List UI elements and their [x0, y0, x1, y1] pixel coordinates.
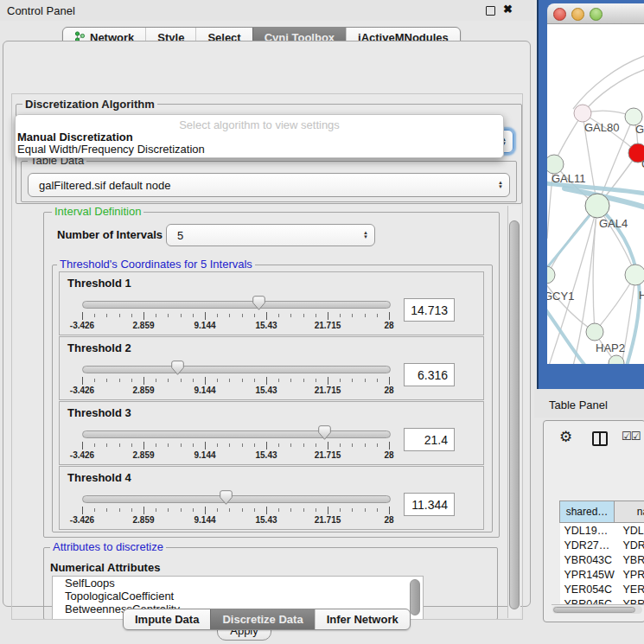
table-cell[interactable]: YBR045C — [560, 596, 615, 605]
slider-track[interactable] — [82, 430, 391, 438]
threshold-slider[interactable]: -3.4262.8599.14415.4321.71528 — [82, 402, 389, 466]
settings-scrollbar-thumb[interactable] — [509, 220, 520, 609]
algorithm-dropdown-popup: Select algorithm to view settings Manual… — [15, 114, 504, 158]
gear-icon[interactable]: ⚙ — [559, 428, 572, 446]
table-cell[interactable]: YPR145W — [560, 567, 615, 582]
threshold-slider[interactable]: -3.4262.8599.14415.4321.71528 — [82, 272, 389, 336]
network-edge[interactable] — [573, 55, 644, 109]
float-window-icon[interactable] — [486, 6, 495, 16]
tab-impute-data[interactable]: Impute Data — [124, 609, 210, 629]
interval-definition-title: Interval Definition — [52, 206, 143, 217]
minimize-traffic-light-icon[interactable] — [571, 8, 584, 21]
table-data-combobox[interactable]: galFiltered.sif default node ▲▼ — [28, 173, 510, 197]
zoom-traffic-light-icon[interactable] — [590, 8, 603, 21]
slider-track[interactable] — [82, 301, 391, 309]
node-h[interactable] — [625, 265, 644, 285]
table-panel-titlebar: Table Panel — [534, 389, 644, 418]
attributes-list-scrollbar[interactable] — [410, 579, 420, 615]
discretization-algorithm-title: Discretization Algorithm — [22, 99, 157, 110]
network-canvas[interactable]: GAL80GACGAL11GAL4GCY1HHAP2 — [547, 24, 644, 364]
network-window-frame: GAL80GACGAL11GAL4GCY1HHAP2 — [537, 0, 644, 389]
combo-arrows-icon: ▲▼ — [363, 231, 368, 239]
cyni-bottom-tabs: Impute DataDiscretize DataInfer Network — [123, 609, 411, 630]
table-cell[interactable]: YDR27… — [560, 538, 615, 552]
tab-infer-network[interactable]: Infer Network — [315, 609, 410, 629]
node-hap2[interactable] — [586, 323, 603, 341]
combo-arrows-icon: ▲▼ — [498, 181, 503, 189]
threshold-panel-1: Threshold 1-3.4262.8599.14415.4321.71528… — [59, 271, 484, 335]
table-row[interactable]: YBR045CYBR0 — [560, 596, 644, 605]
slider-ticks — [82, 507, 389, 514]
network-window-titlebar[interactable] — [547, 3, 644, 24]
threshold-slider[interactable]: -3.4262.8599.14415.4321.71528 — [82, 337, 389, 401]
node-label-gal11: GAL11 — [552, 172, 586, 185]
attribute-item-topologicalcoefficient[interactable]: TopologicalCoefficient — [53, 590, 423, 603]
number-of-intervals-label: Number of Intervals — [57, 228, 163, 241]
popup-header: Select algorithm to view settings — [16, 118, 503, 131]
table-cell[interactable]: YDR2 — [615, 538, 644, 552]
table-cell[interactable]: YER054C — [560, 582, 615, 596]
slider-handle[interactable] — [171, 360, 184, 375]
table-cell[interactable]: YDL1 — [615, 523, 644, 539]
table-hscrollbar-track[interactable] — [552, 606, 642, 614]
table-cell[interactable]: YBR0 — [615, 596, 644, 605]
table-row[interactable]: YER054CYER0 — [560, 582, 644, 596]
slider-tick-labels: -3.4262.8599.14415.4321.71528 — [82, 386, 389, 396]
table-row[interactable]: YBR043CYBR0 — [560, 552, 644, 567]
table-header-2[interactable]: na — [615, 501, 644, 523]
table-cell[interactable]: YDL19… — [560, 523, 615, 539]
popup-option-equal-width-frequency-discretization[interactable]: Equal Width/Frequency Discretization — [17, 143, 205, 156]
table-panel-box: ⚙ ☑☑ shared…na YDL19…YDL1YDR27…YDR2YBR04… — [543, 420, 644, 622]
table-cell[interactable]: YBR043C — [560, 552, 615, 567]
node-label-h: H — [639, 289, 644, 302]
split-columns-icon[interactable] — [592, 431, 608, 446]
table-row[interactable]: YPR145WYPR1 — [560, 567, 644, 582]
node-table[interactable]: shared…na YDL19…YDL1YDR27…YDR2YBR043CYBR… — [552, 461, 644, 605]
tab-label: Infer Network — [327, 613, 399, 626]
slider-handle[interactable] — [252, 296, 265, 310]
threshold-slider[interactable]: -3.4262.8599.14415.4321.71528 — [82, 467, 389, 531]
table-cell[interactable]: YER0 — [615, 582, 644, 596]
number-of-intervals-combobox[interactable]: 5 ▲▼ — [166, 224, 375, 246]
network-edge[interactable] — [549, 206, 597, 364]
table-cell[interactable]: YPR1 — [615, 567, 644, 582]
node-label-gal4: GAL4 — [599, 217, 628, 230]
node-gal11[interactable] — [547, 155, 564, 174]
slider-track[interactable] — [82, 366, 391, 373]
control-panel-titlebar: Control Panel ✖ — [0, 0, 534, 21]
close-icon[interactable]: ✖ — [503, 3, 513, 16]
node-label-hap2: HAP2 — [596, 341, 625, 354]
table-header-1[interactable]: shared… — [560, 501, 615, 523]
node-pink[interactable] — [574, 105, 591, 122]
node-gcy1[interactable] — [547, 266, 555, 284]
table-row[interactable]: YDL19…YDL1 — [560, 523, 644, 539]
close-traffic-light-icon[interactable] — [553, 8, 566, 21]
slider-handle[interactable] — [318, 425, 331, 440]
application-root: Control Panel ✖ NetworkStyleSelectCyni T… — [0, 0, 644, 644]
attributes-group-title: Attributes to discretize — [50, 541, 166, 552]
network-edge[interactable] — [583, 69, 644, 113]
threshold-panel-4: Threshold 4-3.4262.8599.14415.4321.71528… — [59, 466, 484, 530]
slider-tick-labels: -3.4262.8599.14415.4321.71528 — [82, 321, 389, 331]
table-panel-title: Table Panel — [549, 399, 608, 411]
slider-track[interactable] — [82, 495, 391, 503]
slider-tick-labels: -3.4262.8599.14415.4321.71528 — [82, 515, 389, 526]
tab-discretize-data[interactable]: Discretize Data — [210, 609, 314, 629]
checkbox-options-icon[interactable]: ☑☑ — [622, 430, 640, 443]
node-label-gal80: GAL80 — [584, 121, 619, 134]
threshold-panel-2: Threshold 2-3.4262.8599.14415.4321.71528… — [59, 336, 484, 400]
table-hscrollbar-thumb[interactable] — [553, 607, 635, 613]
node-label-gcy1: GCY1 — [547, 290, 574, 303]
threshold-value-field[interactable]: 11.344 — [404, 493, 455, 516]
attribute-item-selfloops[interactable]: SelfLoops — [53, 577, 423, 590]
threshold-value-field[interactable]: 14.713 — [404, 298, 455, 322]
cyni-toolbox-panel: Discretization Algorithm ▲▼ Table Data g… — [3, 41, 531, 607]
table-cell[interactable]: YBR0 — [615, 552, 644, 567]
popup-option-manual-discretization[interactable]: Manual Discretization — [17, 131, 133, 143]
threshold-value-field[interactable]: 21.4 — [404, 428, 455, 451]
node-gal4[interactable] — [585, 194, 609, 218]
threshold-value-field[interactable]: 6.316 — [404, 363, 455, 386]
table-row[interactable]: YDR27…YDR2 — [560, 538, 644, 552]
threshold-panels: Threshold 1-3.4262.8599.14415.4321.71528… — [52, 265, 491, 531]
slider-handle[interactable] — [220, 490, 233, 505]
